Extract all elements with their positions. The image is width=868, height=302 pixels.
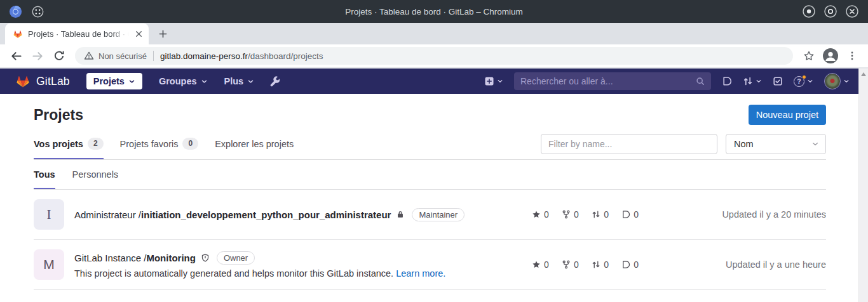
merge-requests-dropdown[interactable] — [743, 76, 762, 86]
project-description: This project is automatically generated … — [74, 268, 532, 279]
page-scrollbar[interactable] — [858, 69, 868, 302]
stars-count: 0 — [544, 259, 549, 270]
issues-stat[interactable]: 0 — [621, 209, 639, 220]
maximize-button[interactable] — [824, 4, 837, 18]
tab-your-projects[interactable]: Vos projets 2 — [34, 128, 104, 159]
subtab-all[interactable]: Tous — [34, 160, 55, 189]
window-controls — [802, 4, 859, 18]
user-avatar — [824, 73, 841, 89]
project-row[interactable]: M GitLab Instance / Monitoring Owner Thi… — [34, 240, 826, 290]
scrollbar-up-arrow[interactable] — [861, 72, 866, 76]
subtab-label: Personnels — [72, 169, 119, 180]
url-text[interactable]: gitlab.domaine-perso.fr/dashboard/projec… — [160, 51, 323, 61]
tab-count-badge: 0 — [182, 138, 198, 150]
shield-icon — [201, 253, 210, 263]
project-namespace[interactable]: Administrateur / — [74, 209, 141, 220]
new-project-button[interactable]: Nouveau projet — [749, 105, 826, 125]
scope-subtabs: Tous Personnels — [34, 160, 826, 190]
browser-tabstrip: Projets · Tableau de bord · Git — [0, 23, 868, 44]
forks-count: 0 — [574, 209, 579, 220]
workspace-grid-icon[interactable] — [31, 5, 44, 18]
plus-square-icon — [484, 76, 494, 86]
project-avatar[interactable]: M — [34, 249, 64, 280]
merge-request-icon — [592, 260, 600, 269]
chevron-down-icon — [843, 78, 850, 84]
star-icon — [532, 210, 541, 219]
nav-menu-projects[interactable]: Projets — [86, 73, 142, 89]
merge-requests-count: 0 — [604, 209, 609, 220]
tab-starred-projects[interactable]: Projets favoris 0 — [120, 128, 199, 159]
stars-stat[interactable]: 0 — [532, 259, 549, 270]
project-name[interactable]: initiation_developpement_python_pour_adm… — [141, 209, 391, 220]
nav-menu-groups-label: Groupes — [159, 76, 197, 86]
merge-request-icon — [592, 210, 600, 219]
project-row[interactable]: I Administrateur / initiation_developpem… — [34, 190, 826, 240]
window-titlebar: Projets · Tableau de bord · GitLab – Chr… — [0, 0, 868, 23]
tab-title: Projets · Tableau de bord · Git — [28, 29, 129, 39]
gitlab-navbar: GitLab Projets Groupes Plus — [0, 69, 858, 94]
stars-stat[interactable]: 0 — [532, 209, 549, 220]
global-search[interactable] — [514, 72, 711, 90]
lock-icon — [396, 210, 405, 219]
issues-count: 0 — [634, 209, 639, 220]
issues-icon — [621, 260, 630, 269]
tab-close-icon[interactable] — [134, 29, 144, 39]
tab-label: Explorer les projets — [215, 139, 294, 149]
forks-count: 0 — [574, 259, 579, 270]
project-name[interactable]: Monitoring — [146, 253, 195, 263]
help-dropdown[interactable]: ? — [794, 76, 813, 87]
url-path: /dashboard/projects — [248, 51, 323, 61]
subtab-personal[interactable]: Personnels — [72, 160, 119, 189]
user-menu[interactable] — [824, 73, 850, 89]
browser-toolbar: Non sécurisé gitlab.domaine-perso.fr/das… — [0, 44, 868, 69]
todo-list-icon[interactable] — [773, 76, 783, 86]
help-notification-dot — [802, 75, 806, 79]
project-stats: 0 0 0 0 — [532, 209, 639, 220]
new-item-dropdown[interactable] — [484, 76, 503, 86]
profile-avatar-icon[interactable] — [820, 46, 841, 66]
address-bar[interactable]: Non sécurisé gitlab.domaine-perso.fr/das… — [75, 47, 793, 65]
star-icon — [532, 260, 541, 269]
browser-menu-icon[interactable] — [841, 46, 863, 66]
learn-more-link[interactable]: Learn more. — [396, 268, 445, 279]
chevron-down-icon — [807, 78, 813, 84]
close-button[interactable] — [845, 4, 859, 18]
chevron-down-icon — [811, 140, 819, 148]
browser-tab[interactable]: Projets · Tableau de bord · Git — [5, 23, 149, 44]
forks-stat[interactable]: 0 — [562, 209, 579, 220]
sort-value: Nom — [734, 139, 754, 149]
bookmark-star-icon[interactable] — [798, 46, 820, 66]
tab-count-badge: 2 — [88, 138, 104, 150]
security-label[interactable]: Non sécurisé — [98, 51, 147, 61]
nav-menu-groups[interactable]: Groupes — [159, 76, 208, 86]
security-warning-icon[interactable] — [84, 51, 94, 61]
fork-icon — [562, 210, 571, 219]
new-tab-button[interactable] — [154, 25, 172, 43]
merge-requests-stat[interactable]: 0 — [592, 259, 609, 270]
project-avatar[interactable]: I — [34, 199, 64, 230]
nav-menu-more-label: Plus — [224, 76, 244, 86]
gitlab-logo[interactable]: GitLab — [15, 74, 70, 89]
sort-dropdown[interactable]: Nom — [726, 134, 826, 154]
nav-menu-more[interactable]: Plus — [224, 76, 255, 86]
forks-stat[interactable]: 0 — [562, 259, 579, 270]
global-search-input[interactable] — [520, 76, 696, 86]
chevron-down-icon — [128, 78, 135, 85]
issues-count: 0 — [634, 259, 639, 270]
projects-tabs: Vos projets 2 Projets favoris 0 Explorer… — [34, 128, 826, 160]
project-updated: Updated il y a une heure — [639, 259, 826, 270]
help-icon: ? — [794, 76, 804, 87]
project-namespace[interactable]: GitLab Instance / — [74, 253, 146, 263]
reload-button[interactable] — [48, 46, 70, 66]
tab-explore-projects[interactable]: Explorer les projets — [215, 128, 294, 159]
main-content: Projets Nouveau projet Vos projets 2 Pro… — [0, 94, 858, 302]
issues-stat[interactable]: 0 — [621, 259, 639, 270]
filter-by-name-input[interactable] — [541, 134, 717, 154]
issues-icon[interactable] — [722, 76, 732, 86]
back-button[interactable] — [5, 46, 27, 66]
chromium-icon — [9, 5, 22, 18]
forward-button[interactable] — [27, 46, 48, 66]
minimize-button[interactable] — [802, 4, 816, 18]
merge-requests-stat[interactable]: 0 — [592, 209, 609, 220]
admin-wrench-icon[interactable] — [269, 76, 280, 87]
